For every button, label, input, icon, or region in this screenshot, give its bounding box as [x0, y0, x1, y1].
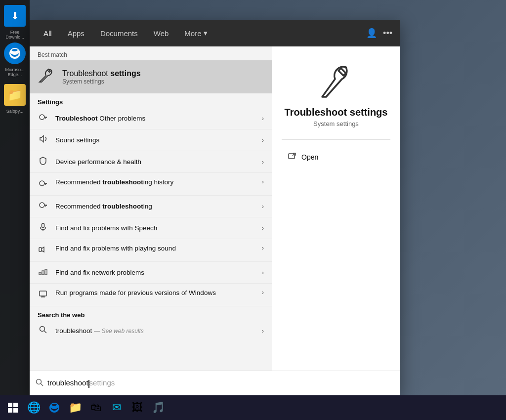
best-match-item[interactable]: Troubleshoot settings System settings: [30, 60, 272, 93]
svg-rect-29: [13, 408, 18, 413]
result-item-text-4: Recommended troubleshooting history: [55, 178, 255, 187]
ellipsis-icon[interactable]: •••: [383, 28, 392, 39]
chevron-right-7: ›: [262, 244, 264, 252]
key-icon-2: [38, 179, 48, 190]
svg-line-25: [41, 383, 43, 386]
app-icon-folder[interactable]: 📁: [4, 84, 26, 106]
svg-rect-26: [8, 403, 12, 407]
tab-all[interactable]: All: [38, 26, 58, 41]
search-input[interactable]: troubleshootsettings: [47, 378, 394, 387]
taskbar-explorer[interactable]: 📁: [66, 399, 84, 417]
person-icon[interactable]: 👤: [366, 28, 377, 39]
chevron-down-icon: ▾: [204, 29, 208, 38]
settings-section-label: Settings: [30, 93, 272, 108]
chevron-right-web: ›: [262, 327, 264, 335]
network-icon: [38, 267, 48, 278]
result-item-text-9: Run programs made for previous versions …: [55, 289, 255, 297]
result-item-compat[interactable]: Run programs made for previous versions …: [30, 284, 272, 306]
taskbar-photos[interactable]: 🖼: [128, 399, 146, 417]
taskbar-wifi[interactable]: 🌐: [25, 399, 42, 417]
taskbar-mail[interactable]: ✉: [108, 399, 126, 417]
tab-web[interactable]: Web: [148, 26, 175, 41]
chevron-right-2: ›: [262, 136, 264, 144]
web-section-label: Search the web: [30, 306, 272, 321]
chevron-right-8: ›: [262, 269, 264, 276]
svg-line-22: [44, 331, 47, 334]
best-match-label: Best match: [30, 46, 272, 60]
result-item-sound-fix[interactable]: Find and fix problems with playing sound…: [30, 239, 272, 262]
preview-subtitle: System settings: [313, 120, 359, 127]
open-action[interactable]: Open: [282, 148, 390, 167]
tab-documents[interactable]: Documents: [94, 26, 144, 41]
search-input-bar: troubleshootsettings: [30, 371, 400, 395]
app-label-edge: Microso...Edge...: [5, 67, 24, 77]
result-item-rec-troubleshoot[interactable]: Recommended troubleshooting ›: [30, 196, 272, 217]
result-item-text-5: Recommended troubleshooting: [55, 202, 255, 211]
search-bar-icon: [36, 378, 43, 388]
chevron-right-1: ›: [262, 115, 264, 122]
best-match-title: Troubleshoot settings: [62, 69, 264, 78]
svg-point-8: [40, 203, 44, 208]
nav-right: 👤 •••: [366, 28, 392, 39]
preview-title: Troubleshoot settings: [285, 107, 388, 118]
search-icon: [38, 326, 48, 336]
search-popup: All Apps Documents Web More ▾ 👤 ••• Best…: [30, 20, 400, 395]
tab-more[interactable]: More ▾: [178, 26, 213, 41]
app-label-download: FreeDownlo...: [2, 30, 27, 40]
left-sidebar: ⬇ FreeDownlo... Microso...Edge... 📁 Saio…: [0, 0, 30, 395]
svg-point-4: [40, 181, 44, 186]
preview-panel: Troubleshoot settings System settings Op…: [272, 46, 400, 395]
taskbar-store[interactable]: 🛍: [87, 399, 105, 417]
chevron-right-9: ›: [262, 289, 264, 296]
result-item-text-6: Find and fix problems with Speech: [55, 224, 255, 233]
svg-rect-17: [45, 269, 47, 275]
result-item-text-3: Device performance & health: [55, 158, 255, 167]
web-result-item[interactable]: troubleshoot — See web results ›: [30, 321, 272, 341]
svg-point-24: [37, 379, 42, 384]
app-icon-edge[interactable]: [4, 42, 26, 64]
nav-bar: All Apps Documents Web More ▾ 👤 •••: [30, 20, 400, 46]
web-result-text: troubleshoot — See web results: [55, 327, 255, 336]
shield-icon: [38, 156, 48, 168]
start-button[interactable]: [4, 399, 22, 417]
svg-rect-18: [40, 291, 46, 296]
result-item-device[interactable]: Device performance & health ›: [30, 151, 272, 173]
open-icon: [288, 152, 296, 163]
svg-point-0: [40, 115, 44, 120]
chevron-right-4: ›: [262, 178, 264, 185]
open-label: Open: [301, 153, 318, 161]
result-item-network[interactable]: Find and fix network problems ›: [30, 262, 272, 284]
svg-rect-15: [39, 272, 41, 275]
preview-divider: [282, 139, 390, 140]
content-area: Best match Troubleshoot settings System …: [30, 46, 400, 395]
svg-rect-14: [39, 248, 42, 252]
svg-rect-12: [42, 223, 44, 228]
result-item-rec-history[interactable]: Recommended troubleshooting history ›: [30, 173, 272, 196]
result-item-text-8: Find and fix network problems: [55, 268, 255, 277]
result-item-text-2: Sound settings: [55, 136, 255, 145]
sound-icon: [38, 134, 48, 146]
svg-rect-27: [13, 403, 18, 407]
sound-fix-icon: [38, 245, 48, 256]
compat-icon: [38, 290, 48, 301]
mic-icon: [38, 222, 48, 234]
best-match-icon: [38, 66, 55, 87]
preview-wrench-icon: [316, 61, 356, 101]
tab-apps[interactable]: Apps: [62, 26, 90, 41]
taskbar-edge[interactable]: [45, 399, 63, 417]
taskbar: 🌐 📁 🛍 ✉ 🖼 🎵: [0, 395, 506, 420]
chevron-right-6: ›: [262, 224, 264, 232]
result-item-speech[interactable]: Find and fix problems with Speech ›: [30, 217, 272, 239]
svg-rect-16: [42, 271, 44, 275]
svg-point-21: [40, 327, 45, 332]
taskbar-music[interactable]: 🎵: [149, 399, 167, 417]
key-icon-3: [38, 201, 48, 212]
key-icon-1: [38, 113, 48, 124]
app-icon-store[interactable]: ⬇: [4, 5, 26, 27]
result-item-troubleshoot-other[interactable]: Troubleshoot Other problems ›: [30, 108, 272, 129]
svg-rect-28: [8, 408, 12, 413]
results-panel: Best match Troubleshoot settings System …: [30, 46, 272, 395]
result-item-sound[interactable]: Sound settings ›: [30, 129, 272, 151]
chevron-right-5: ›: [262, 203, 264, 210]
chevron-right-3: ›: [262, 158, 264, 166]
